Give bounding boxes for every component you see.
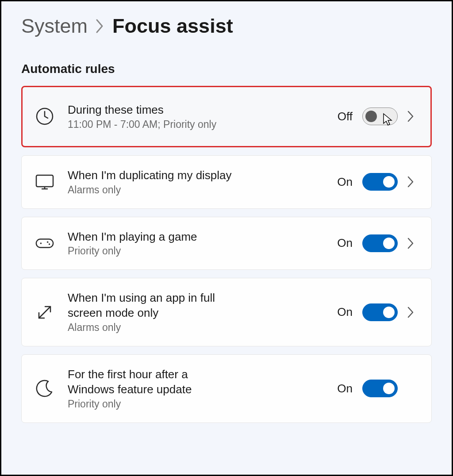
rule-text: When I'm using an app in full screen mod…	[68, 291, 236, 334]
rule-title: When I'm using an app in full screen mod…	[68, 291, 236, 321]
toggle-knob	[365, 111, 377, 122]
rule-controls: On	[337, 234, 418, 252]
rule-controls: On	[337, 380, 418, 397]
toggle-switch[interactable]	[362, 303, 398, 321]
breadcrumb-parent[interactable]: System	[21, 15, 88, 38]
rule-text: When I'm playing a game Priority only	[68, 230, 236, 257]
chevron-right-icon	[96, 19, 104, 34]
chevron-right-icon	[407, 111, 418, 122]
rule-subtitle: Priority only	[68, 398, 236, 410]
svg-rect-1	[36, 175, 53, 187]
moon-icon	[35, 379, 54, 398]
toggle-label: On	[337, 382, 353, 395]
svg-rect-2	[36, 239, 53, 247]
svg-point-3	[40, 242, 42, 244]
fullscreen-icon	[35, 303, 54, 322]
rule-text: When I'm duplicating my display Alarms o…	[68, 168, 236, 196]
toggle-label: On	[337, 175, 353, 189]
rule-playing-game[interactable]: When I'm playing a game Priority only On	[21, 217, 432, 270]
monitor-icon	[35, 172, 54, 192]
rule-controls: On	[337, 303, 418, 321]
toggle-switch[interactable]	[362, 234, 398, 252]
breadcrumb: System Focus assist	[21, 15, 432, 38]
rule-subtitle: Priority only	[68, 245, 236, 257]
gamepad-icon	[35, 234, 54, 253]
rule-fullscreen-app[interactable]: When I'm using an app in full screen mod…	[21, 278, 432, 346]
toggle-knob	[383, 307, 395, 318]
rules-list: During these times 11:00 PM - 7:00 AM; P…	[21, 86, 432, 423]
rule-duplicating-display[interactable]: When I'm duplicating my display Alarms o…	[21, 155, 432, 209]
section-title: Automatic rules	[21, 62, 432, 76]
rule-title: For the first hour after a Windows featu…	[68, 367, 236, 397]
toggle-label: On	[337, 236, 353, 250]
rule-subtitle: Alarms only	[68, 184, 236, 196]
rule-subtitle: Alarms only	[68, 322, 236, 334]
toggle-switch[interactable]	[362, 380, 398, 397]
page-title: Focus assist	[112, 15, 233, 38]
toggle-knob	[383, 238, 395, 249]
toggle-label: On	[337, 305, 353, 319]
chevron-right-icon	[407, 307, 418, 318]
chevron-right-icon	[407, 176, 418, 188]
rule-feature-update[interactable]: For the first hour after a Windows featu…	[21, 354, 432, 423]
rule-title: When I'm playing a game	[68, 230, 236, 245]
svg-point-4	[47, 241, 48, 242]
toggle-label: Off	[338, 110, 353, 123]
rule-text: During these times 11:00 PM - 7:00 AM; P…	[68, 103, 236, 131]
rule-during-times[interactable]: During these times 11:00 PM - 7:00 AM; P…	[21, 86, 432, 147]
clock-icon	[35, 107, 54, 126]
rule-controls: Off	[338, 107, 418, 125]
svg-point-5	[49, 243, 50, 245]
toggle-switch[interactable]	[362, 107, 398, 125]
rule-controls: On	[337, 173, 418, 191]
chevron-right-icon	[407, 238, 418, 249]
toggle-knob	[383, 383, 395, 394]
rule-title: When I'm duplicating my display	[68, 168, 236, 183]
rule-text: For the first hour after a Windows featu…	[68, 367, 236, 410]
toggle-knob	[383, 176, 395, 188]
rule-subtitle: 11:00 PM - 7:00 AM; Priority only	[68, 119, 236, 131]
rule-title: During these times	[68, 103, 236, 118]
toggle-switch[interactable]	[362, 173, 398, 191]
